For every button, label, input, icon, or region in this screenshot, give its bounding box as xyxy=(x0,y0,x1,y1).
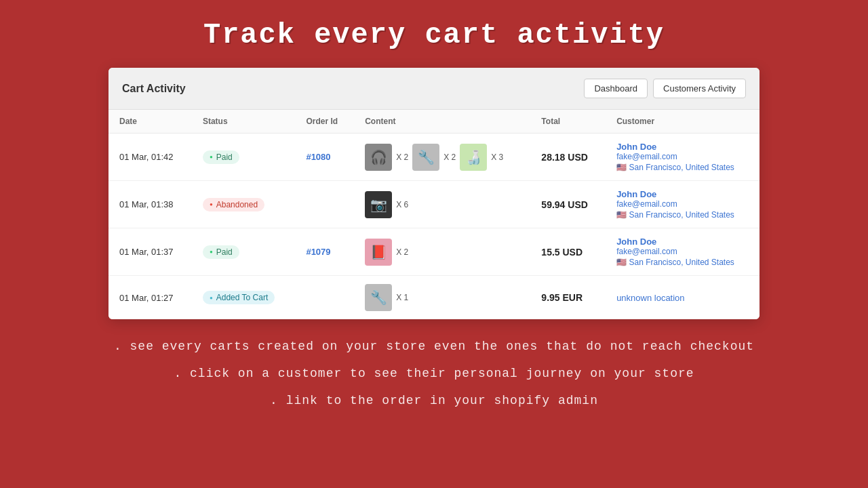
cell-date: 01 Mar, 01:37 xyxy=(108,228,192,276)
product-qty: X 1 xyxy=(396,293,408,302)
cell-customer: unknown location xyxy=(606,276,760,320)
feature-item-2: . click on a customer to see their perso… xyxy=(0,367,868,380)
cell-status: Abandoned xyxy=(192,181,296,228)
cell-status: Added To Cart xyxy=(192,276,296,320)
product-image: 📕 xyxy=(365,239,392,266)
feature-item-1: . see every carts created on your store … xyxy=(0,340,868,353)
product-qty: X 6 xyxy=(396,200,408,209)
cell-status: Paid xyxy=(192,134,296,181)
cell-customer: John Doefake@email.com🇺🇸 San Francisco, … xyxy=(606,181,760,228)
cell-date: 01 Mar, 01:38 xyxy=(108,181,192,228)
status-badge: Abandoned xyxy=(203,198,264,211)
header-buttons: Dashboard Customers Activity xyxy=(584,79,746,98)
cell-order-id[interactable]: #1080 xyxy=(295,134,354,181)
product-image: 🔧 xyxy=(412,144,439,171)
card-title: Cart Activity xyxy=(122,83,186,95)
col-content: Content xyxy=(354,110,530,134)
customer-name[interactable]: John Doe xyxy=(616,189,749,199)
cell-total: 15.5 USD xyxy=(530,228,606,276)
customer-location[interactable]: 🇺🇸 San Francisco, United States xyxy=(616,163,749,172)
table-row: 01 Mar, 01:37Paid#1079📕X 215.5 USDJohn D… xyxy=(108,228,760,276)
col-order-id: Order Id xyxy=(295,110,354,134)
status-badge: Added To Cart xyxy=(203,291,275,304)
customer-name[interactable]: John Doe xyxy=(616,142,749,152)
customer-email[interactable]: fake@email.com xyxy=(616,199,749,209)
dashboard-button[interactable]: Dashboard xyxy=(584,79,648,98)
product-image: 🍶 xyxy=(460,144,487,171)
page-title: Track every cart activity xyxy=(0,19,868,52)
cell-order-id[interactable]: #1079 xyxy=(295,228,354,276)
cell-content: 📷X 6 xyxy=(354,181,530,228)
product-qty: X 2 xyxy=(443,152,456,162)
cell-total: 59.94 USD xyxy=(530,181,606,228)
cell-date: 01 Mar, 01:42 xyxy=(108,134,192,181)
product-qty: X 2 xyxy=(396,152,408,162)
product-image: 🔧 xyxy=(365,284,392,311)
table-row: 01 Mar, 01:42Paid#1080🎧X 2🔧X 2🍶X 328.18 … xyxy=(108,134,760,181)
product-image: 🎧 xyxy=(365,144,392,171)
cell-customer: John Doefake@email.com🇺🇸 San Francisco, … xyxy=(606,134,760,181)
customer-location[interactable]: 🇺🇸 San Francisco, United States xyxy=(616,258,749,267)
activity-table: Date Status Order Id Content Total Custo… xyxy=(108,110,760,319)
card-header: Cart Activity Dashboard Customers Activi… xyxy=(108,68,760,110)
cell-total: 9.95 EUR xyxy=(530,276,606,320)
status-badge: Paid xyxy=(203,150,239,164)
cell-content: 🔧X 1 xyxy=(354,276,530,320)
cell-content: 📕X 2 xyxy=(354,228,530,276)
status-badge: Paid xyxy=(203,245,239,259)
cell-status: Paid xyxy=(192,228,296,276)
col-total: Total xyxy=(530,110,606,134)
col-date: Date xyxy=(108,110,192,134)
cell-customer: John Doefake@email.com🇺🇸 San Francisco, … xyxy=(606,228,760,276)
order-link[interactable]: #1080 xyxy=(306,152,330,162)
feature-list: . see every carts created on your store … xyxy=(0,319,868,434)
feature-item-3: . link to the order in your shopify admi… xyxy=(0,394,868,407)
col-status: Status xyxy=(192,110,296,134)
product-image: 📷 xyxy=(365,191,392,218)
main-card: Cart Activity Dashboard Customers Activi… xyxy=(108,68,760,319)
product-qty: X 2 xyxy=(396,247,408,257)
product-qty: X 3 xyxy=(491,152,503,162)
table-header-row: Date Status Order Id Content Total Custo… xyxy=(108,110,760,134)
cell-date: 01 Mar, 01:27 xyxy=(108,276,192,320)
customer-email[interactable]: fake@email.com xyxy=(616,152,749,161)
customer-location[interactable]: 🇺🇸 San Francisco, United States xyxy=(616,210,749,220)
col-customer: Customer xyxy=(606,110,760,134)
cell-content: 🎧X 2🔧X 2🍶X 3 xyxy=(354,134,530,181)
order-link[interactable]: #1079 xyxy=(306,247,330,257)
page-header: Track every cart activity xyxy=(0,0,868,68)
cell-total: 28.18 USD xyxy=(530,134,606,181)
table-row: 01 Mar, 01:38Abandoned📷X 659.94 USDJohn … xyxy=(108,181,760,228)
cell-order-id xyxy=(295,276,354,320)
customer-unknown[interactable]: unknown location xyxy=(616,293,684,303)
cell-order-id xyxy=(295,181,354,228)
customer-name[interactable]: John Doe xyxy=(616,237,749,247)
table-row: 01 Mar, 01:27Added To Cart🔧X 19.95 EURun… xyxy=(108,276,760,320)
customers-activity-button[interactable]: Customers Activity xyxy=(653,79,746,98)
customer-email[interactable]: fake@email.com xyxy=(616,247,749,256)
